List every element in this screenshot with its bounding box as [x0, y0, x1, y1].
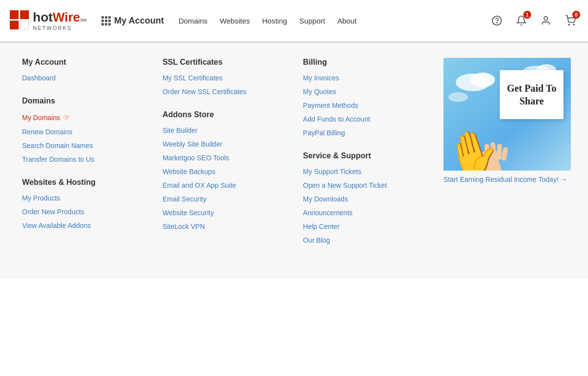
link-my-downloads[interactable]: My Downloads: [303, 195, 429, 203]
link-order-new-products[interactable]: Order New Products: [22, 208, 148, 216]
link-site-builder[interactable]: Site Builder: [163, 126, 289, 134]
menu-col-3: Billing My Invoices My Quotes Payment Me…: [295, 58, 436, 259]
main-nav: Domains Websites Hosting Support About: [178, 17, 489, 25]
section-domains: Domains My Domains ☞ Renew Domains Searc…: [22, 97, 148, 163]
nav-domains[interactable]: Domains: [178, 17, 207, 25]
link-email-security[interactable]: Email Security: [163, 195, 289, 203]
link-renew-domains[interactable]: Renew Domains: [22, 128, 148, 136]
section-billing: Billing My Invoices My Quotes Payment Me…: [303, 58, 429, 137]
section-support: Service & Support My Support Tickets Ope…: [303, 151, 429, 244]
header: hotWireSM NETWORKS My Account Domains We…: [0, 0, 588, 42]
logo-sq2: [20, 10, 29, 19]
cart-button[interactable]: 0: [563, 13, 578, 28]
nav-support[interactable]: Support: [299, 17, 325, 25]
promo-paper-text: Get Paid To Share: [505, 82, 559, 107]
link-my-products[interactable]: My Products: [22, 194, 148, 202]
my-account-heading: My Account: [22, 58, 148, 67]
help-button[interactable]: [489, 13, 505, 28]
account-button[interactable]: [538, 13, 554, 28]
logo-networks: NETWORKS: [33, 25, 87, 31]
logo-icon: [10, 10, 29, 31]
link-website-backups[interactable]: Website Backups: [163, 168, 289, 175]
my-domains-label: My Domains: [22, 114, 60, 122]
link-view-available-addons[interactable]: View Available Addons: [22, 222, 148, 229]
link-my-quotes[interactable]: My Quotes: [303, 88, 429, 96]
link-add-funds[interactable]: Add Funds to Account: [303, 115, 429, 123]
link-announcements[interactable]: Announcements: [303, 209, 429, 217]
promo-paper: Get Paid To Share: [500, 70, 564, 119]
link-sitelock-vpn[interactable]: SiteLock VPN: [163, 223, 289, 230]
link-paypal-billing[interactable]: PayPal Billing: [303, 129, 429, 137]
nav-hosting[interactable]: Hosting: [262, 17, 287, 25]
promo-link-text: Start Earning Residual Income Today!: [443, 175, 559, 183]
nav-about[interactable]: About: [337, 17, 356, 25]
support-heading: Service & Support: [303, 151, 429, 160]
link-search-domain-names[interactable]: Search Domain Names: [22, 142, 148, 150]
promo-image: Get Paid To Share ✋: [443, 58, 571, 171]
svg-point-3: [568, 24, 569, 25]
link-dashboard[interactable]: Dashboard: [22, 74, 148, 82]
my-account-button[interactable]: My Account: [101, 16, 164, 26]
link-payment-methods[interactable]: Payment Methods: [303, 101, 429, 109]
link-website-security[interactable]: Website Security: [163, 209, 289, 217]
promo-link[interactable]: Start Earning Residual Income Today! →: [443, 175, 573, 183]
link-my-ssl[interactable]: My SSL Certificates: [163, 74, 289, 82]
link-my-invoices[interactable]: My Invoices: [303, 74, 429, 82]
link-our-blog[interactable]: Our Blog: [303, 236, 429, 244]
link-email-ox[interactable]: Email and OX App Suite: [163, 181, 289, 189]
link-my-tickets[interactable]: My Support Tickets: [303, 168, 429, 175]
cart-badge: 0: [572, 11, 580, 19]
section-my-account: My Account Dashboard: [22, 58, 148, 82]
svg-point-10: [448, 92, 468, 102]
link-transfer-domains[interactable]: Transfer Domains to Us: [22, 155, 148, 163]
link-order-ssl[interactable]: Order New SSL Certificates: [163, 88, 289, 96]
menu-col-1: My Account Dashboard Domains My Domains …: [15, 58, 155, 259]
cursor-icon: ☞: [63, 113, 70, 122]
menu-col-2: SSL Certificates My SSL Certificates Ord…: [155, 58, 296, 259]
svg-point-7: [470, 73, 495, 87]
header-icons: 1 0: [489, 13, 578, 28]
logo-wire: Wire: [52, 10, 80, 25]
svg-point-2: [544, 17, 547, 20]
logo-sq3: [10, 21, 19, 29]
section-websites-hosting: Websites & Hosting My Products Order New…: [22, 178, 148, 229]
section-ssl: SSL Certificates My SSL Certificates Ord…: [163, 58, 289, 96]
link-help-center[interactable]: Help Center: [303, 223, 429, 230]
svg-point-4: [573, 24, 574, 25]
logo-hot: hot: [33, 10, 52, 25]
section-addons: Addons Store Site Builder Weebly Site Bu…: [163, 110, 289, 230]
link-my-domains[interactable]: My Domains ☞: [22, 113, 148, 122]
notification-badge: 1: [523, 11, 531, 19]
grid-icon: [101, 16, 110, 25]
link-marketgoo[interactable]: Marketgoo SEO Tools: [163, 154, 289, 162]
notifications-button[interactable]: 1: [514, 13, 529, 28]
logo-sq4: [20, 21, 29, 29]
dropdown-menu: My Account Dashboard Domains My Domains …: [0, 43, 588, 278]
logo-link[interactable]: hotWireSM NETWORKS: [10, 10, 87, 31]
my-account-label: My Account: [114, 16, 164, 26]
ssl-heading: SSL Certificates: [163, 58, 289, 67]
domains-heading: Domains: [22, 97, 148, 105]
logo-sq1: [10, 10, 19, 19]
billing-heading: Billing: [303, 58, 429, 67]
websites-hosting-heading: Websites & Hosting: [22, 178, 148, 187]
link-new-ticket[interactable]: Open a New Support Ticket: [303, 181, 429, 189]
promo-arrow-icon: →: [561, 175, 567, 183]
promo-column: Get Paid To Share ✋ Start Earning Residu…: [436, 58, 573, 259]
logo-sm: SM: [80, 18, 87, 23]
link-weebly[interactable]: Weebly Site Builder: [163, 140, 289, 148]
logo-text: hotWireSM NETWORKS: [33, 10, 87, 31]
addons-heading: Addons Store: [163, 110, 289, 119]
nav-websites[interactable]: Websites: [220, 17, 250, 25]
